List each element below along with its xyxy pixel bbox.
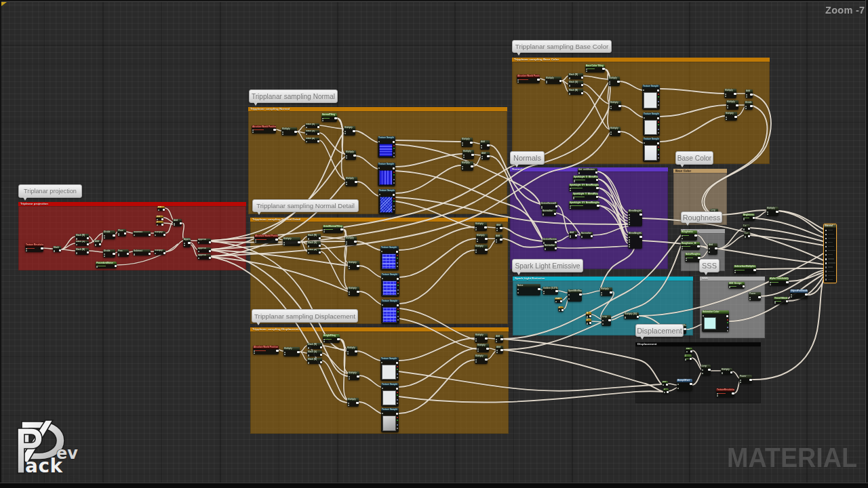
- frame-line-top: [0, 1, 868, 2]
- comment-titles-layer: Triplanar projectionTripplanar sampling …: [0, 0, 868, 488]
- comment-title-bubble-normals: Normals: [510, 151, 545, 165]
- bubble-text: Roughness: [683, 214, 721, 222]
- comment-title-bubble-tripplanar-sampling-displacement: Tripplanar sampling Displacement: [252, 309, 358, 323]
- comment-title-bubble-roughness: Roughness: [681, 211, 722, 223]
- comment-title-bubble-sss: SSS: [699, 259, 719, 272]
- frame-line-right: [865, 0, 866, 488]
- bubble-text: Base Color: [677, 155, 711, 162]
- bubble-tail: [23, 197, 27, 201]
- frame-edge-left: [0, 0, 1, 488]
- bubble-tail: [254, 102, 258, 106]
- bubble-tail: [517, 272, 521, 275]
- comment-title-bubble-tripplanar-sampling-normal-detail: Tripplanar sampling Normal Detail: [252, 199, 359, 212]
- bubble-tail: [680, 164, 684, 167]
- frame-line-bottom: [0, 483, 868, 483]
- comment-title-bubble-tripplanar-sampling-base-color: Tripplanar sampling Base Color: [512, 40, 612, 53]
- bubble-tail: [256, 322, 260, 325]
- bubble-text: Tripplanar sampling Normal: [252, 93, 335, 100]
- comment-title-bubble-base-color: Base Color: [675, 151, 713, 165]
- comment-title-bubble-spark-light-emissive: Spark Light Emissive: [512, 259, 583, 272]
- bubble-text: SSS: [702, 262, 717, 270]
- comment-title-bubble-displacement: Displacement: [635, 324, 684, 337]
- bubble-tail: [257, 211, 261, 215]
- bubble-text: Spark Light Emissive: [515, 262, 580, 270]
- bubble-text: Tripplanar sampling Normal Detail: [256, 202, 355, 209]
- bubble-tail: [686, 222, 690, 226]
- bubble-tail: [515, 164, 519, 167]
- bubble-text: Tripplanar sampling Displacement: [254, 312, 355, 320]
- material-editor-canvas: Triplanar projectionTripplanar sampling …: [0, 0, 868, 488]
- comment-title-bubble-tripplanar-sampling-normal: Tripplanar sampling Normal: [249, 89, 338, 103]
- bubble-text: Normals: [513, 154, 541, 162]
- bubble-text: Triplanar projection: [24, 188, 77, 195]
- bubble-text: Tripplanar sampling Base Color: [515, 43, 609, 50]
- bubble-tail: [640, 336, 644, 340]
- bubble-text: Displacement: [637, 327, 682, 335]
- corner-fold-icon: [1, 2, 7, 6]
- bubble-tail: [704, 272, 708, 275]
- frame-edge-bottom: [0, 483, 868, 488]
- comment-title-bubble-triplanar-projection: Triplanar projection: [18, 184, 82, 198]
- bubble-tail: [517, 52, 521, 56]
